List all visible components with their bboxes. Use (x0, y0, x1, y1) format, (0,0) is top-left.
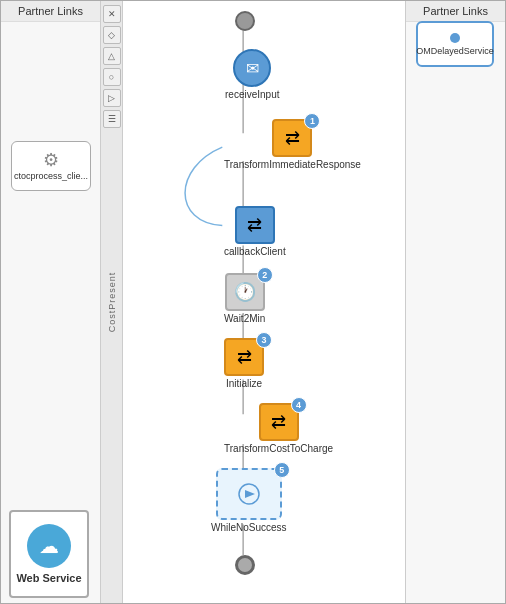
gear-icon: ⚙ (43, 151, 59, 169)
web-service-box[interactable]: ☁ Web Service (9, 510, 89, 598)
right-panel-title: Partner Links (406, 1, 505, 22)
badge-5: 5 (274, 462, 290, 478)
node-transform-immediate[interactable]: ⇄ 1 TransformImmediateResponse (224, 119, 361, 170)
receive-icon-wrap: ✉ (233, 49, 271, 87)
while-inner-svg (231, 479, 267, 509)
toolbar-btn-5[interactable]: ▷ (103, 89, 121, 107)
middle-toolbar: ✕ ◇ △ ○ ▷ ☰ CostPresent (101, 1, 123, 603)
badge-4: 4 (291, 397, 307, 413)
web-service-icon: ☁ (27, 524, 71, 568)
svg-marker-9 (245, 490, 255, 498)
while-no-success-label: WhileNoSuccess (211, 522, 287, 533)
left-panel-title: Partner Links (1, 1, 100, 22)
toolbar-btn-6[interactable]: ☰ (103, 110, 121, 128)
node-initialize[interactable]: ⇄ 3 Initialize (224, 338, 264, 389)
callback-icon-wrap: ⇄ (235, 206, 275, 244)
toolbar-btn-1[interactable]: ✕ (103, 5, 121, 23)
end-circle (235, 555, 255, 575)
web-service-label: Web Service (16, 572, 81, 584)
badge-2: 2 (257, 267, 273, 283)
badge-3: 3 (256, 332, 272, 348)
toolbar-btn-4[interactable]: ○ (103, 68, 121, 86)
initialize-label: Initialize (226, 378, 262, 389)
receive-input-label: receiveInput (225, 89, 279, 100)
right-panel: Partner Links OMDelayedService (405, 1, 505, 603)
transform-cost-icon-wrap: ⇄ 4 (259, 403, 299, 441)
start-circle (235, 11, 255, 31)
badge-1: 1 (304, 113, 320, 129)
wait2min-label: Wait2Min (224, 313, 265, 324)
partner-link-right-label: OMDelayedService (416, 46, 494, 56)
transform-immediate-icon-wrap: ⇄ 1 (272, 119, 312, 157)
left-panel: Partner Links ⚙ ctocprocess_clie... ☁ We… (1, 1, 101, 603)
while-no-success-icon (216, 468, 282, 520)
node-end (235, 555, 255, 575)
partner-link-left-label: ctocprocess_clie... (14, 171, 88, 181)
receive-circle-icon: ✉ (233, 49, 271, 87)
wait-icon-wrap: 🕐 2 (225, 273, 265, 311)
transform-immediate-label: TransformImmediateResponse (224, 159, 361, 170)
toolbar-btn-2[interactable]: ◇ (103, 26, 121, 44)
transform-cost-label: TransformCostToCharge (224, 443, 333, 454)
main-container: Partner Links ⚙ ctocprocess_clie... ☁ We… (0, 0, 506, 604)
node-transform-cost[interactable]: ⇄ 4 TransformCostToCharge (224, 403, 333, 454)
node-start (235, 11, 255, 31)
callback-client-label: callbackClient (224, 246, 286, 257)
initialize-icon-wrap: ⇄ 3 (224, 338, 264, 376)
partner-link-node-left[interactable]: ⚙ ctocprocess_clie... (11, 141, 91, 191)
node-wait2min[interactable]: 🕐 2 Wait2Min (224, 273, 265, 324)
while-icon-wrap: 5 (216, 468, 282, 520)
node-callback-client[interactable]: ⇄ callbackClient (224, 206, 286, 257)
partner-link-node-right[interactable]: OMDelayedService (416, 21, 494, 67)
toolbar-btn-3[interactable]: △ (103, 47, 121, 65)
callback-client-icon: ⇄ (235, 206, 275, 244)
partner-link-right-dot (450, 33, 460, 43)
node-while-no-success[interactable]: 5 WhileNoSuccess (211, 468, 287, 533)
toolbar-label: CostPresent (107, 272, 117, 333)
canvas-area: ✉ receiveInput ⇄ 1 TransformImmediateRes… (123, 1, 405, 603)
node-receive-input[interactable]: ✉ receiveInput (225, 49, 279, 100)
